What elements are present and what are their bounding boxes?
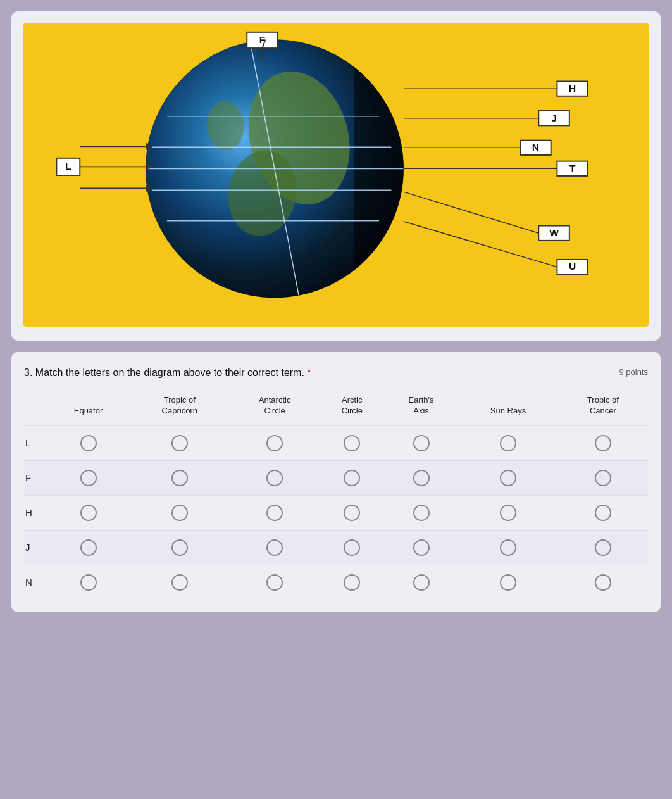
svg-rect-12 xyxy=(247,32,278,48)
radio-L-col5[interactable] xyxy=(500,435,516,451)
svg-text:F: F xyxy=(259,34,265,45)
cell-L-6 xyxy=(558,425,648,460)
question-number: 3 xyxy=(24,367,30,378)
page-wrapper: F L H xyxy=(0,0,672,612)
svg-text:H: H xyxy=(569,83,576,94)
radio-L-col4[interactable] xyxy=(413,435,430,451)
radio-H-col2[interactable] xyxy=(266,505,283,521)
svg-rect-31 xyxy=(520,141,551,155)
radio-N-col4[interactable] xyxy=(413,574,430,591)
svg-text:L: L xyxy=(65,161,71,172)
row-label: L xyxy=(24,425,47,460)
radio-J-col3[interactable] xyxy=(344,539,360,556)
radio-F-col5[interactable] xyxy=(500,470,516,486)
cell-H-5 xyxy=(458,495,558,530)
question-text: 3. Match the letters on the diagram abov… xyxy=(24,367,311,379)
svg-line-36 xyxy=(404,192,539,233)
cell-L-0 xyxy=(47,425,130,460)
svg-rect-28 xyxy=(538,111,569,125)
radio-H-col5[interactable] xyxy=(500,505,516,521)
cell-L-3 xyxy=(320,425,384,460)
cell-N-3 xyxy=(320,565,384,600)
svg-rect-34 xyxy=(557,161,588,176)
radio-H-col3[interactable] xyxy=(344,505,360,521)
radio-J-col4[interactable] xyxy=(413,539,430,556)
cell-J-0 xyxy=(47,530,130,565)
radio-N-col1[interactable] xyxy=(171,574,188,591)
cell-J-4 xyxy=(384,530,459,565)
svg-marker-23 xyxy=(146,185,153,192)
table-row: F xyxy=(24,460,648,495)
radio-N-col3[interactable] xyxy=(344,574,360,591)
radio-L-col1[interactable] xyxy=(171,435,188,451)
cell-F-4 xyxy=(384,460,459,495)
svg-rect-16 xyxy=(56,158,80,175)
table-row: L xyxy=(24,425,648,460)
radio-H-col4[interactable] xyxy=(413,505,430,521)
cell-F-1 xyxy=(130,460,229,495)
radio-F-col0[interactable] xyxy=(80,470,97,486)
question-required: * xyxy=(307,367,311,378)
cell-H-2 xyxy=(229,495,320,530)
header-tropic-cancer: Tropic ofCancer xyxy=(558,391,648,425)
svg-text:N: N xyxy=(532,142,539,153)
svg-rect-37 xyxy=(538,226,569,241)
radio-L-col3[interactable] xyxy=(344,435,360,451)
svg-rect-40 xyxy=(557,260,588,274)
cell-F-0 xyxy=(47,460,130,495)
radio-F-col2[interactable] xyxy=(266,470,283,486)
radio-N-col0[interactable] xyxy=(80,574,97,591)
earth-globe xyxy=(146,39,404,298)
cell-H-6 xyxy=(558,495,648,530)
svg-rect-4 xyxy=(354,27,428,310)
svg-line-14 xyxy=(263,39,266,48)
question-body: Match the letters on the diagram above t… xyxy=(35,367,304,378)
radio-H-col0[interactable] xyxy=(80,505,97,521)
table-row: H xyxy=(24,495,648,530)
radio-H-col6[interactable] xyxy=(595,505,611,521)
cell-H-4 xyxy=(384,495,459,530)
radio-L-col6[interactable] xyxy=(595,435,611,451)
diagram-card: F L H xyxy=(11,11,661,341)
cell-F-6 xyxy=(558,460,648,495)
radio-H-col1[interactable] xyxy=(171,505,188,521)
radio-J-col0[interactable] xyxy=(80,539,97,556)
radio-F-col6[interactable] xyxy=(595,470,611,486)
header-earths-axis: Earth'sAxis xyxy=(384,391,459,425)
svg-point-0 xyxy=(146,39,404,298)
cell-L-1 xyxy=(130,425,229,460)
radio-F-col3[interactable] xyxy=(344,470,360,486)
cell-N-0 xyxy=(47,565,130,600)
radio-J-col1[interactable] xyxy=(171,539,188,556)
cell-J-3 xyxy=(320,530,384,565)
cell-H-0 xyxy=(47,495,130,530)
svg-point-11 xyxy=(146,39,404,298)
header-arctic-circle: ArcticCircle xyxy=(320,391,384,425)
radio-F-col4[interactable] xyxy=(413,470,430,486)
svg-point-1 xyxy=(234,60,364,216)
radio-L-col0[interactable] xyxy=(80,435,97,451)
cell-N-1 xyxy=(130,565,229,600)
radio-N-col5[interactable] xyxy=(500,574,516,591)
svg-text:J: J xyxy=(551,113,557,123)
radio-N-col2[interactable] xyxy=(266,574,283,591)
cell-N-2 xyxy=(229,565,320,600)
table-row: J xyxy=(24,530,648,565)
header-tropic-capricorn: Tropic ofCapricorn xyxy=(130,391,229,425)
cell-J-5 xyxy=(458,530,558,565)
svg-line-10 xyxy=(250,41,299,298)
radio-J-col2[interactable] xyxy=(266,539,283,556)
radio-N-col6[interactable] xyxy=(595,574,611,591)
radio-J-col5[interactable] xyxy=(500,539,516,556)
cell-J-6 xyxy=(558,530,648,565)
cell-L-4 xyxy=(384,425,459,460)
cell-F-2 xyxy=(229,460,320,495)
cell-F-5 xyxy=(458,460,558,495)
header-row-label xyxy=(24,391,47,425)
radio-F-col1[interactable] xyxy=(171,470,188,486)
radio-J-col6[interactable] xyxy=(595,539,611,556)
radio-L-col2[interactable] xyxy=(266,435,283,451)
table-row: N xyxy=(24,565,648,600)
svg-text:W: W xyxy=(549,227,559,238)
svg-point-2 xyxy=(221,145,303,241)
